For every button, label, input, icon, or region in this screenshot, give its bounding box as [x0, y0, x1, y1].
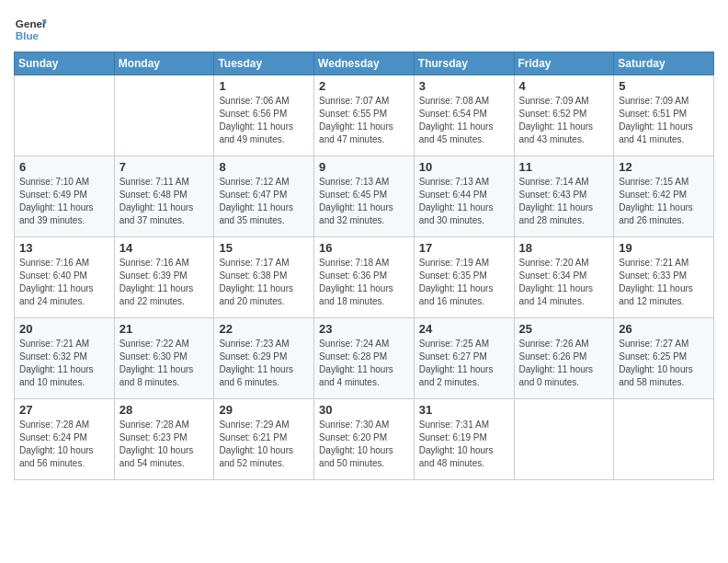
day-cell: 3Sunrise: 7:08 AM Sunset: 6:54 PM Daylig… [414, 75, 514, 156]
day-number: 20 [19, 322, 109, 336]
day-number: 31 [419, 403, 509, 417]
svg-text:Blue: Blue [16, 29, 40, 41]
day-info: Sunrise: 7:09 AM Sunset: 6:52 PM Dayligh… [519, 95, 609, 146]
header-cell-saturday: Saturday [614, 52, 714, 75]
day-number: 17 [419, 241, 509, 255]
day-number: 26 [619, 322, 709, 336]
day-info: Sunrise: 7:21 AM Sunset: 6:32 PM Dayligh… [19, 338, 109, 389]
day-info: Sunrise: 7:13 AM Sunset: 6:44 PM Dayligh… [419, 176, 509, 227]
day-cell: 18Sunrise: 7:20 AM Sunset: 6:34 PM Dayli… [514, 237, 614, 318]
day-number: 15 [219, 241, 309, 255]
day-info: Sunrise: 7:28 AM Sunset: 6:24 PM Dayligh… [19, 419, 109, 470]
header-cell-friday: Friday [514, 52, 614, 75]
day-info: Sunrise: 7:29 AM Sunset: 6:21 PM Dayligh… [219, 419, 309, 470]
day-cell: 22Sunrise: 7:23 AM Sunset: 6:29 PM Dayli… [214, 318, 314, 399]
day-number: 11 [519, 160, 609, 174]
day-info: Sunrise: 7:17 AM Sunset: 6:38 PM Dayligh… [219, 257, 309, 308]
day-info: Sunrise: 7:31 AM Sunset: 6:19 PM Dayligh… [419, 419, 509, 470]
day-number: 9 [319, 160, 409, 174]
calendar-header: SundayMondayTuesdayWednesdayThursdayFrid… [15, 52, 714, 75]
day-info: Sunrise: 7:15 AM Sunset: 6:42 PM Dayligh… [619, 176, 709, 227]
day-cell: 2Sunrise: 7:07 AM Sunset: 6:55 PM Daylig… [314, 75, 415, 156]
logo-icon: General Blue [14, 13, 47, 46]
day-info: Sunrise: 7:26 AM Sunset: 6:26 PM Dayligh… [519, 338, 609, 389]
day-number: 24 [419, 322, 509, 336]
day-cell: 25Sunrise: 7:26 AM Sunset: 6:26 PM Dayli… [514, 318, 614, 399]
day-info: Sunrise: 7:19 AM Sunset: 6:35 PM Dayligh… [419, 257, 509, 308]
day-number: 5 [619, 79, 709, 93]
day-cell: 20Sunrise: 7:21 AM Sunset: 6:32 PM Dayli… [15, 318, 115, 399]
day-cell: 30Sunrise: 7:30 AM Sunset: 6:20 PM Dayli… [314, 399, 415, 480]
calendar-table: SundayMondayTuesdayWednesdayThursdayFrid… [14, 52, 714, 480]
day-info: Sunrise: 7:24 AM Sunset: 6:28 PM Dayligh… [319, 338, 409, 389]
day-number: 8 [219, 160, 309, 174]
day-cell: 1Sunrise: 7:06 AM Sunset: 6:56 PM Daylig… [214, 75, 314, 156]
day-info: Sunrise: 7:20 AM Sunset: 6:34 PM Dayligh… [519, 257, 609, 308]
day-info: Sunrise: 7:16 AM Sunset: 6:39 PM Dayligh… [119, 257, 210, 308]
day-cell [614, 399, 714, 480]
day-info: Sunrise: 7:25 AM Sunset: 6:27 PM Dayligh… [419, 338, 509, 389]
day-cell: 9Sunrise: 7:13 AM Sunset: 6:45 PM Daylig… [314, 156, 415, 237]
day-number: 28 [119, 403, 210, 417]
day-number: 21 [119, 322, 210, 336]
svg-text:General: General [16, 17, 47, 29]
day-cell: 13Sunrise: 7:16 AM Sunset: 6:40 PM Dayli… [15, 237, 115, 318]
calendar-body: 1Sunrise: 7:06 AM Sunset: 6:56 PM Daylig… [15, 75, 714, 480]
header-cell-monday: Monday [114, 52, 214, 75]
day-info: Sunrise: 7:30 AM Sunset: 6:20 PM Dayligh… [319, 419, 409, 470]
day-info: Sunrise: 7:13 AM Sunset: 6:45 PM Dayligh… [319, 176, 409, 227]
day-info: Sunrise: 7:09 AM Sunset: 6:51 PM Dayligh… [619, 95, 709, 146]
week-row-1: 1Sunrise: 7:06 AM Sunset: 6:56 PM Daylig… [15, 75, 714, 156]
day-number: 16 [319, 241, 409, 255]
day-cell: 14Sunrise: 7:16 AM Sunset: 6:39 PM Dayli… [114, 237, 214, 318]
week-row-3: 13Sunrise: 7:16 AM Sunset: 6:40 PM Dayli… [15, 237, 714, 318]
day-number: 1 [219, 79, 309, 93]
day-cell: 4Sunrise: 7:09 AM Sunset: 6:52 PM Daylig… [514, 75, 614, 156]
day-cell: 28Sunrise: 7:28 AM Sunset: 6:23 PM Dayli… [114, 399, 214, 480]
week-row-2: 6Sunrise: 7:10 AM Sunset: 6:49 PM Daylig… [15, 156, 714, 237]
day-cell: 27Sunrise: 7:28 AM Sunset: 6:24 PM Dayli… [15, 399, 115, 480]
header-cell-wednesday: Wednesday [314, 52, 415, 75]
day-cell: 15Sunrise: 7:17 AM Sunset: 6:38 PM Dayli… [214, 237, 314, 318]
day-number: 25 [519, 322, 609, 336]
day-info: Sunrise: 7:28 AM Sunset: 6:23 PM Dayligh… [119, 419, 210, 470]
day-number: 30 [319, 403, 409, 417]
week-row-4: 20Sunrise: 7:21 AM Sunset: 6:32 PM Dayli… [15, 318, 714, 399]
logo: General Blue [14, 13, 47, 46]
day-cell: 31Sunrise: 7:31 AM Sunset: 6:19 PM Dayli… [414, 399, 514, 480]
day-number: 6 [19, 160, 109, 174]
header-cell-tuesday: Tuesday [214, 52, 314, 75]
day-cell: 5Sunrise: 7:09 AM Sunset: 6:51 PM Daylig… [614, 75, 714, 156]
day-number: 14 [119, 241, 210, 255]
day-cell: 11Sunrise: 7:14 AM Sunset: 6:43 PM Dayli… [514, 156, 614, 237]
day-info: Sunrise: 7:06 AM Sunset: 6:56 PM Dayligh… [219, 95, 309, 146]
day-number: 3 [419, 79, 509, 93]
day-cell [15, 75, 115, 156]
day-number: 23 [319, 322, 409, 336]
day-number: 19 [619, 241, 709, 255]
day-info: Sunrise: 7:23 AM Sunset: 6:29 PM Dayligh… [219, 338, 309, 389]
day-number: 12 [619, 160, 709, 174]
day-cell: 17Sunrise: 7:19 AM Sunset: 6:35 PM Dayli… [414, 237, 514, 318]
day-info: Sunrise: 7:27 AM Sunset: 6:25 PM Dayligh… [619, 338, 709, 389]
day-cell: 8Sunrise: 7:12 AM Sunset: 6:47 PM Daylig… [214, 156, 314, 237]
day-cell [114, 75, 214, 156]
day-number: 22 [219, 322, 309, 336]
day-cell: 7Sunrise: 7:11 AM Sunset: 6:48 PM Daylig… [114, 156, 214, 237]
day-cell: 23Sunrise: 7:24 AM Sunset: 6:28 PM Dayli… [314, 318, 415, 399]
day-number: 27 [19, 403, 109, 417]
day-info: Sunrise: 7:08 AM Sunset: 6:54 PM Dayligh… [419, 95, 509, 146]
header-row: SundayMondayTuesdayWednesdayThursdayFrid… [15, 52, 714, 75]
day-number: 4 [519, 79, 609, 93]
day-cell: 10Sunrise: 7:13 AM Sunset: 6:44 PM Dayli… [414, 156, 514, 237]
day-cell: 24Sunrise: 7:25 AM Sunset: 6:27 PM Dayli… [414, 318, 514, 399]
day-cell: 6Sunrise: 7:10 AM Sunset: 6:49 PM Daylig… [15, 156, 115, 237]
day-number: 29 [219, 403, 309, 417]
day-number: 10 [419, 160, 509, 174]
day-cell: 21Sunrise: 7:22 AM Sunset: 6:30 PM Dayli… [114, 318, 214, 399]
day-info: Sunrise: 7:14 AM Sunset: 6:43 PM Dayligh… [519, 176, 609, 227]
day-info: Sunrise: 7:16 AM Sunset: 6:40 PM Dayligh… [19, 257, 109, 308]
header: General Blue [14, 9, 714, 46]
day-number: 7 [119, 160, 210, 174]
day-number: 13 [19, 241, 109, 255]
